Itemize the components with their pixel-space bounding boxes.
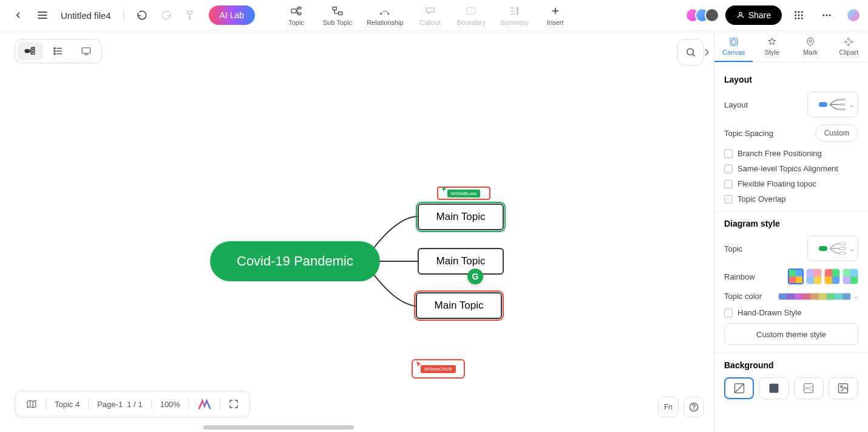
svg-point-27 [829, 15, 831, 16]
separator [88, 398, 89, 410]
fullscreen-icon[interactable] [223, 391, 245, 417]
file-title[interactable]: Untitled file4 [61, 10, 111, 21]
divider [714, 352, 868, 353]
tool-callout: Callout [413, 2, 447, 29]
menu-icon[interactable] [32, 4, 53, 26]
topic-color-row: Topic color ⌄ [724, 292, 858, 301]
grammarly-badge[interactable]: G [467, 269, 483, 284]
svg-line-56 [734, 384, 744, 393]
tab-label: Canvas [722, 49, 745, 56]
user-cursor-label-top: WSbkBLww [437, 187, 490, 200]
tool-boundary: Boundary [452, 2, 490, 29]
section-title-layout: Layout [724, 75, 858, 84]
rainbow-option-3[interactable] [824, 269, 840, 284]
rainbow-options [788, 269, 858, 284]
svg-rect-52 [839, 242, 846, 245]
rainbow-option-4[interactable] [843, 269, 858, 284]
help-button[interactable] [683, 397, 704, 417]
rainbow-option-2[interactable] [806, 269, 822, 284]
zoom-level[interactable]: 100% [154, 391, 186, 417]
custom-theme-button[interactable]: Custom theme style [724, 323, 858, 345]
topic-color-label: Topic color [724, 292, 762, 301]
apps-icon[interactable] [788, 4, 810, 26]
svg-point-18 [801, 11, 803, 13]
ai-lab-button[interactable]: AI Lab [209, 5, 255, 25]
connector-lines [0, 31, 714, 432]
svg-rect-7 [339, 12, 342, 15]
layout-dropdown[interactable]: ⌄ [807, 92, 858, 117]
check-same-level[interactable]: Same-level Topics Alignment [724, 164, 858, 173]
checkbox-icon [724, 195, 733, 204]
svg-point-44 [687, 49, 694, 55]
tab-clipart[interactable]: Clipart [830, 31, 868, 62]
central-topic[interactable]: Covid-19 Pandemic [210, 241, 380, 281]
spacing-button[interactable]: Custom [815, 125, 858, 142]
spacing-label: Topic Spacing [724, 129, 773, 138]
canvas[interactable]: Covid-19 Pandemic Main Topic Main Topic … [0, 31, 714, 432]
subtopic-icon [331, 4, 344, 18]
topic-style-thumbnail [819, 242, 847, 255]
tab-label: Clipart [839, 49, 858, 56]
style-tab-icon [767, 36, 778, 47]
color-strip [778, 293, 851, 300]
tool-insert[interactable]: Insert [538, 2, 572, 29]
cursor-icon [442, 187, 448, 193]
user-cursor-label-bottom: WSmbO3VB [412, 359, 465, 379]
canvas-tab-icon [728, 36, 739, 47]
check-flexible-floating[interactable]: Flexible Floating topoc [724, 179, 858, 188]
right-panel: Canvas Style Mark Clipart Layout Layout … [714, 31, 868, 432]
check-branch-free[interactable]: Branch Free Positioning [724, 149, 858, 158]
topic-style-dropdown[interactable]: ⌄ [807, 236, 858, 261]
bottom-status-bar: Topic 4 Page-1 1 / 1 100% [15, 391, 250, 417]
main-topic-2[interactable]: Main Topic [418, 248, 504, 275]
more-icon[interactable] [816, 4, 838, 26]
checkbox-icon [724, 165, 733, 173]
tool-label: Callout [420, 19, 441, 26]
tool-subtopic[interactable]: Sub Topic [318, 2, 357, 29]
tool-summary: Summary [495, 2, 534, 29]
main-topic-3[interactable]: Main Topic [416, 292, 502, 319]
svg-rect-50 [839, 103, 846, 106]
topic-count[interactable]: Topic 4 [49, 391, 86, 417]
bottom-right-buttons: Fn [658, 397, 704, 417]
share-button[interactable]: Share [725, 5, 782, 25]
tool-relationship[interactable]: Relationship [362, 2, 409, 29]
check-topic-overlap[interactable]: Topic Overlap [724, 194, 858, 204]
map-overview-icon[interactable] [20, 391, 43, 417]
tab-mark[interactable]: Mark [792, 31, 830, 62]
user-label: WSbkBLww [447, 190, 481, 197]
clipart-tab-icon [843, 36, 854, 47]
collaborator-avatars[interactable] [685, 8, 719, 22]
tab-style[interactable]: Style [753, 31, 791, 62]
svg-rect-47 [731, 39, 736, 44]
svg-rect-58 [804, 384, 813, 393]
svg-rect-53 [839, 247, 846, 250]
user-avatar[interactable] [846, 8, 861, 22]
bg-option-none[interactable] [724, 377, 754, 399]
rainbow-option-1[interactable] [788, 269, 804, 284]
bg-option-pattern[interactable] [794, 377, 824, 399]
cursor-icon [416, 362, 422, 368]
collapse-panel-icon[interactable] [699, 39, 714, 66]
layout-row: Layout ⌄ [724, 92, 858, 117]
bg-option-image[interactable] [829, 377, 858, 399]
horizontal-scrollbar[interactable] [203, 425, 354, 430]
main-topic-1[interactable]: Main Topic [418, 204, 504, 230]
section-title-diagram-style: Diagram style [724, 219, 858, 228]
tool-topic[interactable]: Topic [279, 2, 313, 29]
ai-icon[interactable] [192, 391, 217, 417]
undo-icon[interactable] [131, 4, 153, 26]
topic-color-picker[interactable]: ⌄ [778, 293, 858, 300]
tool-label: Boundary [457, 19, 486, 26]
tab-canvas[interactable]: Canvas [714, 31, 753, 62]
checkbox-icon [724, 180, 733, 188]
topic-icon [290, 4, 303, 18]
back-icon[interactable] [7, 4, 29, 26]
relationship-icon [378, 4, 392, 18]
check-hand-drawn[interactable]: Hand-Drawn Style [724, 308, 858, 317]
top-toolbar: Untitled file4 AI Lab Topic Sub Topic Re… [0, 0, 868, 31]
fn-button[interactable]: Fn [658, 397, 679, 417]
share-icon [736, 11, 745, 19]
page-indicator[interactable]: Page-1 1 / 1 [91, 391, 148, 417]
bg-option-solid[interactable] [759, 377, 788, 399]
